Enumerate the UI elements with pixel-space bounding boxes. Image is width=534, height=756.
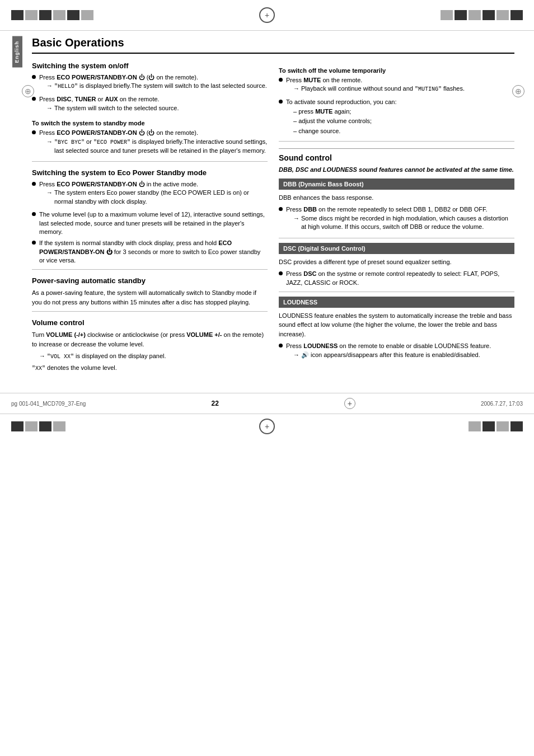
mute-b2-text: To activate sound reproduction, you can: [286, 98, 397, 105]
onoff-bullet-1-content: Press ECO POWER/STANDBY-ON ⏻ (⏻ on the r… [39, 73, 268, 92]
section-heading-volume: Volume control [32, 318, 268, 327]
dbb-box: DBB (Dynamic Bass Boost) [279, 179, 514, 190]
eco-bullet-3-content: If the system is normal standby with clo… [39, 239, 268, 265]
page-title: Basic Operations [32, 36, 514, 54]
divider-loudness [279, 292, 514, 292]
onoff-b1-arrow-text: "HELLO" is displayed briefly.The system … [54, 82, 267, 91]
bar-block-6 [81, 10, 93, 20]
bar-block-r3 [469, 10, 481, 20]
bullet-dot-dbb-1 [279, 207, 283, 211]
divider-eco [32, 161, 268, 162]
standby-bullet-list: Press ECO POWER/STANDBY-ON ⏻ (⏻ on the r… [32, 129, 268, 157]
bottom-bar [0, 414, 534, 439]
bar-block-1 [11, 10, 24, 20]
mute-bullet-list: Press MUTE on the remote. → Playback wil… [279, 76, 514, 137]
bullet-dot-eco-1 [32, 182, 36, 186]
eco-bullet-2: The volume level (up to a maximum volume… [32, 210, 268, 236]
bullet-dot-1 [32, 75, 36, 79]
bullet-dot-mute-2 [279, 100, 283, 104]
bar-block-br1 [469, 421, 481, 431]
bar-block-r4 [483, 10, 495, 20]
right-column: To switch off the volume temporarily Pre… [279, 62, 514, 376]
sound-control-heading: Sound control [279, 148, 514, 162]
dash-item-1: press MUTE again; [293, 107, 514, 117]
onoff-b2-text: Press DISC, TUNER or AUX on the remote. [39, 96, 160, 102]
target-circle-top [259, 7, 275, 23]
eco-bullet-1: Press ECO POWER/STANDBY-ON ⏻ in the acti… [32, 180, 268, 208]
dash-item-2: adjust the volume controls; [293, 116, 514, 126]
language-tab: English [12, 36, 22, 68]
page: English Basic Operations Switching the s… [0, 0, 534, 439]
eco-b1-text: Press ECO POWER/STANDBY-ON ⏻ in the acti… [39, 181, 198, 187]
bullet-dot-eco-2 [32, 212, 36, 216]
arrow-sym-2: → [46, 104, 53, 112]
bullet-dot-dsc-1 [279, 271, 283, 275]
content-area: Basic Operations Switching the system on… [24, 31, 523, 382]
mute-bullet-1-content: Press MUTE on the remote. → Playback wil… [286, 76, 514, 95]
eco-bullet-list: Press ECO POWER/STANDBY-ON ⏻ in the acti… [32, 180, 268, 265]
volume-arrow-1-text: "VOL XX" is displayed on the display pan… [47, 352, 166, 361]
eco-bullet-1-content: Press ECO POWER/STANDBY-ON ⏻ in the acti… [39, 180, 268, 208]
loudness-b1-arrow-text: 🔊 icon appears/disappears after this fea… [301, 351, 480, 359]
divider-sound-control [279, 141, 514, 142]
loudness-body: LOUDNESS feature enables the system to a… [279, 311, 514, 339]
eco-b2-text: The volume level (up to a maximum volume… [39, 211, 265, 235]
onoff-bullet-1: Press ECO POWER/STANDBY-ON ⏻ (⏻ on the r… [32, 73, 268, 92]
bar-block-r1 [441, 10, 453, 20]
loudness-bullet-1: Press LOUDNESS on the remote to enable o… [279, 342, 514, 361]
bottom-bar-center [259, 419, 275, 434]
loudness-b1-arrow: → 🔊 icon appears/disappears after this f… [293, 351, 514, 359]
standby-b1-text: Press ECO POWER/STANDBY-ON ⏻ (⏻ on the r… [39, 129, 198, 136]
footer-right: 2006.7.27, 17:03 [481, 401, 523, 407]
top-bar-right-blocks [441, 10, 523, 20]
page-footer: pg 001-041_MCD709_37-Eng 22 2006.7.27, 1… [0, 393, 534, 414]
left-column: Switching the system on/off Press ECO PO… [32, 62, 268, 376]
bullet-dot-standby-1 [32, 130, 36, 134]
volume-arrow-1: → "VOL XX" is displayed on the display p… [39, 352, 268, 361]
arrow-sym-dbb-1: → [293, 214, 299, 223]
bar-block-br4 [510, 421, 523, 431]
mute-b1-arrow-text: Playback will continue without sound and… [301, 84, 465, 93]
two-column-layout: Switching the system on/off Press ECO PO… [32, 62, 514, 376]
arrow-sym-mute-1: → [293, 84, 299, 93]
dbb-bullet-1-content: Press DBB on the remote repeatedly to se… [286, 205, 514, 233]
mute-bullet-2: To activate sound reproduction, you can:… [279, 98, 514, 136]
dbb-bullet-list: Press DBB on the remote repeatedly to se… [279, 205, 514, 233]
top-bar-center-circle [259, 7, 275, 23]
footer-left: pg 001-041_MCD709_37-Eng [11, 401, 86, 407]
bar-block-r2 [455, 10, 467, 20]
dbb-body: DBB enhances the bass response. [279, 193, 514, 203]
loudness-bullet-list: Press LOUDNESS on the remote to enable o… [279, 342, 514, 361]
bullet-dot-mute-1 [279, 78, 283, 82]
loudness-bullet-1-content: Press LOUDNESS on the remote to enable o… [286, 342, 514, 361]
bar-block-4 [53, 10, 65, 20]
mute-dash-list: press MUTE again; adjust the volume cont… [293, 107, 514, 137]
sound-italic-note: DBB, DSC and LOUDNESS sound features can… [279, 166, 514, 174]
bar-block-b1 [11, 421, 24, 431]
onoff-b2-arrow: → The system will switch to the selected… [46, 104, 268, 112]
mute-bullet-2-content: To activate sound reproduction, you can:… [286, 98, 514, 136]
onoff-b1-arrow: → "HELLO" is displayed briefly.The syste… [46, 82, 268, 91]
standby-bullet-1-content: Press ECO POWER/STANDBY-ON ⏻ (⏻ on the r… [39, 129, 268, 157]
bullet-dot-eco-3 [32, 241, 36, 245]
bottom-bar-right-blocks [469, 421, 523, 431]
footer-page-number: 22 [211, 400, 218, 407]
onoff-bullet-list: Press ECO POWER/STANDBY-ON ⏻ (⏻ on the r… [32, 73, 268, 114]
divider-volume [32, 311, 268, 312]
dsc-bullet-1-content: Press DSC on the systme or remote contro… [286, 270, 514, 287]
arrow-sym-loudness-1: → [293, 351, 299, 359]
standby-bullet-1: Press ECO POWER/STANDBY-ON ⏻ (⏻ on the r… [32, 129, 268, 157]
footer-target-circle [344, 398, 355, 409]
eco-b3-text: If the system is normal standby with clo… [39, 240, 260, 264]
loudness-box: LOUDNESS [279, 297, 514, 308]
bar-block-br2 [483, 421, 495, 431]
bar-block-br3 [496, 421, 509, 431]
section-heading-powersave: Power-saving automatic standby [32, 276, 268, 285]
arrow-sym-1: → [46, 82, 53, 90]
sub-heading-mute: To switch off the volume temporarily [279, 67, 514, 74]
onoff-bullet-2: Press DISC, TUNER or AUX on the remote. … [32, 95, 268, 114]
divider-dsc [279, 238, 514, 238]
dsc-bullet-1: Press DSC on the systme or remote contro… [279, 270, 514, 287]
bar-block-3 [39, 10, 51, 20]
standby-b1-arrow: → "BYC BYC" or "ECO POWER" is displayed … [46, 138, 268, 155]
